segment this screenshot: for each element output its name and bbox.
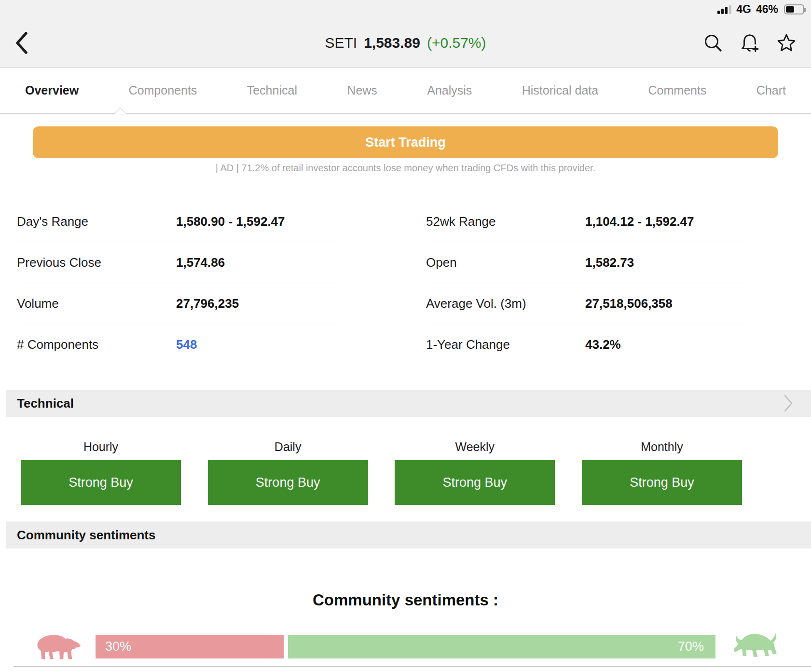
tab-news[interactable]: News [347,83,377,97]
tab-bar: Overview Components Technical News Analy… [0,68,811,114]
back-chevron-icon [14,30,30,55]
tab-analysis[interactable]: Analysis [427,83,472,97]
left-edge-hairline [6,18,6,667]
bullish-percentage: 70% [678,639,704,654]
row-label: Day's Range [17,214,176,229]
start-trading-button[interactable]: Start Trading [33,126,778,158]
tab-comments[interactable]: Comments [648,83,707,97]
bearish-bar: 30% [96,635,284,658]
battery-icon [784,4,804,14]
monthly-signal-button[interactable]: Strong Buy [582,460,742,505]
timeframe-daily: Daily Strong Buy [208,440,368,505]
row-label: # Components [17,337,176,352]
row-label: Average Vol. (3m) [426,296,585,311]
technical-section-header[interactable]: Technical [6,390,811,417]
table-row: 1-Year Change 43.2% [426,324,745,365]
table-row: Previous Close 1,574.86 [17,242,336,283]
cell-signal-icon [717,4,731,14]
table-row: # Components 548 [17,324,336,365]
quote-table-left: Day's Range 1,580.90 - 1,592.47 Previous… [17,201,336,365]
instrument-price: 1,583.89 [364,35,420,51]
row-value: 27,796,235 [176,296,336,311]
timeframe-weekly: Weekly Strong Buy [395,440,555,505]
network-type: 4G [736,3,751,16]
weekly-signal-button[interactable]: Strong Buy [395,460,555,505]
timeframe-label: Weekly [395,440,555,454]
tab-historical-data[interactable]: Historical data [522,83,598,97]
timeframe-hourly: Hourly Strong Buy [21,440,181,505]
community-sentiments-heading: Community sentiments : [0,591,811,609]
active-tab-notch [114,108,126,114]
row-value: 43.2% [585,337,745,352]
row-value: 1,104.12 - 1,592.47 [585,214,745,229]
table-row: Average Vol. (3m) 27,518,506,358 [426,283,745,324]
ad-disclaimer: | AD | 71.2% of retail investor accounts… [0,163,811,174]
back-button[interactable] [0,18,43,67]
bearish-percentage: 30% [105,639,131,654]
search-button[interactable] [703,33,723,53]
hourly-signal-button[interactable]: Strong Buy [21,460,181,505]
tab-technical[interactable]: Technical [247,83,297,97]
quote-overview-table: Day's Range 1,580.90 - 1,592.47 Previous… [17,201,811,365]
bell-plus-icon [740,32,760,54]
chevron-right-icon [782,393,795,413]
row-label: 1-Year Change [426,337,585,352]
bottom-divider [14,666,811,667]
row-value: 27,518,506,358 [585,296,745,311]
technical-summary: Hourly Strong Buy Daily Strong Buy Weekl… [0,440,811,505]
row-label: Previous Close [17,255,176,270]
daily-signal-button[interactable]: Strong Buy [208,460,368,505]
header: SETI 1,583.89 (+0.57%) [0,18,811,68]
timeframe-label: Hourly [21,440,181,454]
components-count-link[interactable]: 548 [176,337,336,352]
timeframe-label: Monthly [582,440,742,454]
table-row: 52wk Range 1,104.12 - 1,592.47 [426,201,745,242]
table-row: Open 1,582.73 [426,242,745,283]
status-bar: 4G 46% [0,0,811,18]
row-label: Open [426,255,585,270]
bullish-bar: 70% [288,635,715,658]
row-value: 1,574.86 [176,255,336,270]
sentiment-bars: 30% 70% [96,635,715,658]
row-value: 1,582.73 [585,255,745,270]
row-label: Volume [17,296,176,311]
bull-icon [733,631,781,662]
row-label: 52wk Range [426,214,585,229]
battery-percentage: 46% [756,3,778,16]
tab-chart[interactable]: Chart [756,83,786,97]
instrument-change: (+0.57%) [427,35,486,51]
row-value: 1,580.90 - 1,592.47 [176,214,336,229]
table-row: Volume 27,796,235 [17,283,336,324]
tab-overview[interactable]: Overview [25,83,79,97]
star-icon [776,32,797,54]
timeframe-label: Daily [208,440,368,454]
page-title: SETI 1,583.89 (+0.57%) [0,35,811,51]
favorite-button[interactable] [776,33,797,53]
community-section-title: Community sentiments [17,528,156,543]
tab-components[interactable]: Components [129,83,197,97]
technical-section-title: Technical [17,396,74,411]
bear-icon [34,631,81,662]
create-alert-button[interactable] [740,33,760,53]
search-icon [703,33,723,53]
table-row: Day's Range 1,580.90 - 1,592.47 [17,201,336,242]
quote-table-right: 52wk Range 1,104.12 - 1,592.47 Open 1,58… [426,201,745,365]
instrument-symbol: SETI [325,35,357,51]
community-section-header: Community sentiments [6,521,811,549]
timeframe-monthly: Monthly Strong Buy [582,440,742,505]
sentiment-bar-row: 30% 70% [34,631,781,662]
